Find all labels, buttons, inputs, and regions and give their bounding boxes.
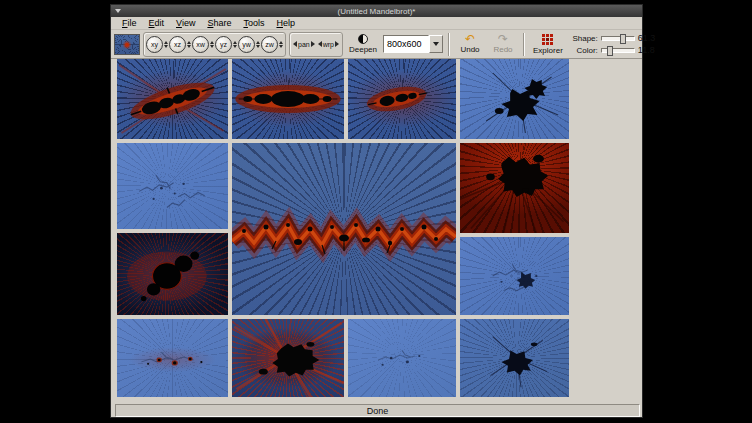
explorer-tile-center[interactable] — [232, 143, 456, 315]
window-menu-icon[interactable] — [113, 7, 122, 15]
menu-tools[interactable]: Tools — [237, 17, 270, 29]
explorer-tile-top-1[interactable] — [117, 59, 228, 139]
explorer-grid-icon — [542, 34, 553, 45]
wrap-right-arrow-icon[interactable] — [335, 41, 339, 47]
toolbar-separator — [448, 33, 450, 56]
plane-label-zw: zw — [261, 36, 278, 53]
pan-right-arrow-icon[interactable] — [311, 41, 315, 47]
fractal-preview — [232, 59, 344, 139]
plane-label-xz: xz — [169, 36, 186, 53]
explorer-tile-top-3[interactable] — [348, 59, 456, 139]
plane-button-xz[interactable]: xz — [169, 36, 191, 53]
fractal-preview — [460, 237, 569, 315]
chevron-down-icon — [433, 42, 439, 46]
fractal-preview — [117, 233, 228, 315]
explorer-tile-lower-right[interactable] — [460, 237, 569, 315]
deepen-button[interactable]: Deepen — [346, 31, 380, 57]
plane-label-yz: yz — [215, 36, 232, 53]
toolbar: xy xz xw yz yw — [111, 30, 642, 59]
color-slider-thumb[interactable] — [607, 46, 613, 56]
redo-icon: ↷ — [498, 34, 508, 44]
explorer-tile-bottom-3[interactable] — [348, 319, 456, 397]
fractal-preview — [117, 59, 228, 139]
menu-file[interactable]: File — [116, 17, 143, 29]
wrap-label: wrp — [323, 41, 334, 48]
shape-value: 61.3 — [638, 33, 660, 43]
status-progress-bar: Done — [115, 404, 640, 417]
explorer-label: Explorer — [533, 46, 563, 55]
undo-icon: ↶ — [465, 34, 475, 44]
shape-slider[interactable] — [601, 36, 635, 41]
fractal-preview — [117, 319, 228, 397]
deepen-label: Deepen — [349, 45, 377, 54]
pan-wrap-group: pan wrp — [289, 32, 343, 57]
fractal-preview — [232, 319, 344, 397]
explorer-tile-bottom-2[interactable] — [232, 319, 344, 397]
plane-label-yw: yw — [238, 36, 255, 53]
desktop-background: (Untitled Mandelbrot)* File Edit View Sh… — [0, 0, 752, 423]
plane-label-xw: xw — [192, 36, 209, 53]
toolbar-separator — [523, 33, 525, 56]
shape-color-controls: Shape: 61.3 Color: 11.8 — [569, 33, 660, 55]
explorer-tile-bottom-4[interactable] — [460, 319, 569, 397]
status-text: Done — [367, 406, 389, 416]
plane-button-xy[interactable]: xy — [146, 36, 168, 53]
fractal-preview — [348, 319, 456, 397]
spinner-arrows-icon[interactable] — [279, 41, 283, 48]
app-window: (Untitled Mandelbrot)* File Edit View Sh… — [110, 4, 643, 418]
shape-slider-thumb[interactable] — [620, 34, 626, 44]
redo-button[interactable]: ↷ Redo — [488, 31, 518, 57]
explorer-button[interactable]: Explorer — [530, 31, 566, 57]
explorer-tile-mid-left[interactable] — [117, 143, 228, 229]
undo-button[interactable]: ↶ Undo — [455, 31, 485, 57]
pan-left-arrow-icon[interactable] — [293, 41, 297, 47]
menu-help[interactable]: Help — [270, 17, 301, 29]
spinner-arrows-icon[interactable] — [256, 41, 260, 48]
color-label: Color: — [569, 46, 598, 55]
spinner-arrows-icon[interactable] — [164, 41, 168, 48]
plane-button-group: xy xz xw yz yw — [143, 32, 286, 57]
fractal-preview — [348, 59, 456, 139]
color-slider[interactable] — [601, 48, 635, 53]
plane-button-xw[interactable]: xw — [192, 36, 214, 53]
current-fractal-thumbnail[interactable] — [114, 34, 140, 55]
menubar: File Edit View Share Tools Help — [111, 17, 642, 30]
color-value: 11.8 — [638, 45, 660, 55]
shape-label: Shape: — [569, 34, 598, 43]
explorer-tile-top-4[interactable] — [460, 59, 569, 139]
deepen-icon — [358, 34, 368, 44]
wrap-left-arrow-icon[interactable] — [318, 41, 322, 47]
fractal-preview — [460, 59, 569, 139]
plane-button-zw[interactable]: zw — [261, 36, 283, 53]
plane-label-xy: xy — [146, 36, 163, 53]
plane-button-yw[interactable]: yw — [238, 36, 260, 53]
menu-share[interactable]: Share — [201, 17, 237, 29]
spinner-arrows-icon[interactable] — [233, 41, 237, 48]
resolution-select[interactable]: 800x600 — [383, 35, 443, 53]
combo-dropdown-button[interactable] — [429, 35, 443, 53]
plane-button-yz[interactable]: yz — [215, 36, 237, 53]
pan-label: pan — [298, 41, 310, 48]
fractal-preview — [460, 143, 569, 233]
explorer-tile-top-2[interactable] — [232, 59, 344, 139]
spinner-arrows-icon[interactable] — [210, 41, 214, 48]
window-title: (Untitled Mandelbrot)* — [338, 7, 416, 16]
resolution-value[interactable]: 800x600 — [383, 35, 429, 53]
wrap-control[interactable]: wrp — [317, 36, 340, 53]
redo-label: Redo — [493, 45, 512, 54]
fractal-preview — [460, 319, 569, 397]
menu-view[interactable]: View — [170, 17, 201, 29]
pan-control[interactable]: pan — [292, 36, 316, 53]
menu-edit[interactable]: Edit — [143, 17, 171, 29]
undo-label: Undo — [460, 45, 479, 54]
explorer-tile-mid-right[interactable] — [460, 143, 569, 233]
fractal-preview — [117, 143, 228, 229]
explorer-tile-lower-left[interactable] — [117, 233, 228, 315]
fractal-preview — [232, 143, 456, 315]
titlebar[interactable]: (Untitled Mandelbrot)* — [111, 5, 642, 17]
explorer-tile-bottom-1[interactable] — [117, 319, 228, 397]
spinner-arrows-icon[interactable] — [187, 41, 191, 48]
